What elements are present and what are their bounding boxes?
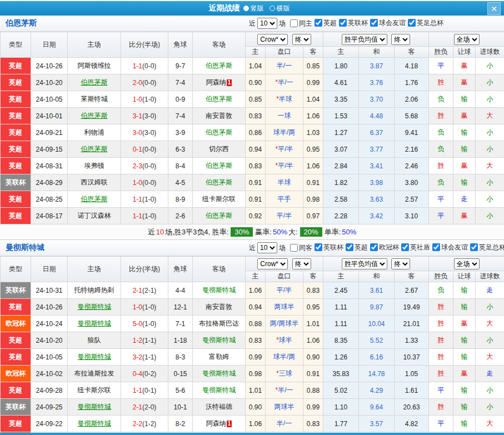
league-checkbox[interactable]: [432, 243, 440, 251]
team-link[interactable]: 托特纳姆热刺: [74, 286, 114, 294]
close-icon[interactable]: ✕: [487, 2, 501, 15]
team-link[interactable]: 伯恩茅斯: [206, 95, 232, 103]
team-link[interactable]: 纽卡斯尔联: [202, 195, 236, 203]
team-link[interactable]: 西汉姆联: [81, 178, 108, 186]
col-spread: 让球: [453, 47, 476, 58]
odds-avg-select[interactable]: 胜平负均值: [342, 34, 387, 45]
team-link[interactable]: 曼彻斯特城: [78, 419, 111, 427]
team-link[interactable]: 狼队: [88, 336, 101, 344]
same-side-checkbox[interactable]: [290, 19, 298, 27]
league-filter[interactable]: 英联杯: [312, 243, 343, 252]
bookmaker-select[interactable]: Crow*: [257, 34, 288, 45]
team-link[interactable]: 南安普敦: [206, 303, 232, 311]
team-link[interactable]: 沃特福德: [206, 403, 232, 411]
team-link[interactable]: 伯恩茅斯: [81, 112, 108, 119]
team-link[interactable]: 曼彻斯特城: [202, 369, 236, 377]
recent-count-select[interactable]: 10: [257, 242, 277, 253]
league-checkbox[interactable]: [315, 243, 322, 251]
radio-unselected-icon[interactable]: [270, 6, 275, 11]
team-link[interactable]: 阿斯顿维拉: [78, 62, 111, 69]
layout-radio-vertical[interactable]: 竖版: [243, 4, 264, 13]
recent-count-select[interactable]: 10: [257, 18, 277, 29]
league-checkbox[interactable]: [470, 243, 478, 251]
league-filter[interactable]: 球会友谊: [368, 18, 406, 28]
team-link[interactable]: 伯恩茅斯: [206, 128, 232, 136]
team-link[interactable]: 伯恩茅斯: [81, 78, 108, 86]
league-filter[interactable]: 英足总杯: [406, 18, 443, 28]
section-header: 曼彻斯特城 近 10 场 同客 英联杯英超欧冠杯英社盾球会友谊英足总杯世俱杯: [0, 240, 504, 256]
team-link[interactable]: 曼彻斯特城: [78, 403, 111, 411]
handicap-away-odds: 1.03: [303, 124, 323, 141]
team-link[interactable]: 阿森纳: [206, 78, 226, 86]
goals-result-cell: 小: [476, 141, 504, 158]
team-link[interactable]: 伯恩茅斯: [206, 212, 232, 219]
league-checkbox[interactable]: [370, 243, 378, 251]
odds-state-select[interactable]: 终: [391, 258, 410, 269]
team-link[interactable]: 纽卡斯尔联: [78, 386, 111, 394]
team-link[interactable]: 布拉迪斯拉发: [74, 369, 114, 377]
same-side-filter[interactable]: 同客: [288, 243, 312, 253]
fulltime-score: 3-2: [133, 353, 142, 361]
league-checkbox[interactable]: [401, 243, 409, 251]
handicap-state-select[interactable]: 终: [292, 258, 311, 269]
team-link[interactable]: 伯恩茅斯: [81, 145, 108, 153]
fulltime-score: 0-1: [133, 146, 142, 153]
league-checkbox[interactable]: [339, 19, 347, 27]
league-filter[interactable]: 英超: [312, 18, 337, 28]
team-link[interactable]: 曼彻斯特城: [202, 286, 236, 294]
same-side-filter[interactable]: 同主: [288, 19, 312, 28]
team-link[interactable]: 伯恩茅斯: [206, 162, 232, 169]
match-date: 24-10-24: [31, 316, 68, 332]
scope-select[interactable]: 全场: [454, 258, 480, 269]
league-checkbox[interactable]: [346, 243, 353, 251]
team-link[interactable]: 曼彻斯特城: [202, 386, 236, 394]
score: 1-1(0-0): [121, 58, 168, 74]
halftime-score: (0-0): [142, 162, 156, 170]
league-label: 球会友谊: [379, 18, 406, 28]
league-filter[interactable]: 英超: [343, 243, 368, 252]
fulltime-score: 1-1: [133, 62, 142, 70]
team-link[interactable]: 富勒姆: [209, 353, 229, 361]
league-checkbox[interactable]: [408, 19, 416, 27]
team-link[interactable]: 曼彻斯特城: [78, 303, 111, 311]
team-link[interactable]: 布拉格斯巴达: [199, 319, 239, 327]
league-filter[interactable]: 球会友谊: [430, 243, 468, 252]
team-link[interactable]: 利物浦: [84, 128, 104, 136]
team-link[interactable]: 曼彻斯特城: [78, 319, 111, 327]
col-home: 主场: [68, 257, 121, 282]
team-link[interactable]: 阿森纳: [206, 419, 226, 427]
team-link[interactable]: 南安普敦: [206, 112, 232, 119]
odds-draw: 9.64: [359, 399, 395, 416]
team-link[interactable]: 伯恩茅斯: [206, 178, 232, 186]
away-team: 切尔西: [193, 141, 246, 158]
summary-segment: 近: [148, 227, 155, 237]
league-filter[interactable]: 英联杯: [337, 18, 368, 28]
handicap-away-odds: 0.88: [303, 382, 323, 399]
bookmaker-select[interactable]: Crow*: [257, 258, 288, 269]
league-checkbox[interactable]: [370, 19, 378, 27]
team-link[interactable]: 埃弗顿: [84, 162, 104, 169]
team-link[interactable]: 曼彻斯特城: [202, 336, 236, 344]
same-side-checkbox[interactable]: [290, 244, 298, 252]
league-filter[interactable]: 英社盾: [399, 243, 430, 252]
team-link[interactable]: 莱斯特城: [81, 95, 108, 103]
team-link[interactable]: 切尔西: [209, 145, 229, 153]
scope-select[interactable]: 全场: [454, 34, 480, 45]
handicap-state-select[interactable]: 终: [292, 34, 311, 45]
layout-radio-horizontal[interactable]: 横版: [270, 4, 290, 13]
league-filter[interactable]: 英足总杯: [468, 243, 504, 252]
match-row: 英联杯24-10-31托特纳姆热刺2-1(2-1)4-4曼彻斯特城1.06平/半…: [1, 282, 504, 299]
odds-state-select[interactable]: 终: [391, 34, 410, 45]
odds-draw: 3.70: [359, 91, 395, 108]
league-filter[interactable]: 欧冠杯: [368, 243, 399, 252]
team-link[interactable]: 曼彻斯特城: [78, 353, 111, 361]
radio-selected-icon[interactable]: [243, 6, 249, 11]
league-checkbox[interactable]: [315, 19, 322, 27]
team-link[interactable]: 伯恩茅斯: [81, 195, 108, 203]
score: 0-1(0-0): [121, 141, 168, 158]
score: 3-1(3-0): [121, 108, 168, 124]
odds-avg-select[interactable]: 胜平负均值: [342, 258, 387, 269]
corners: 7-4: [168, 74, 193, 91]
team-link[interactable]: 伯恩茅斯: [206, 62, 232, 69]
team-link[interactable]: 诺丁汉森林: [78, 212, 111, 219]
